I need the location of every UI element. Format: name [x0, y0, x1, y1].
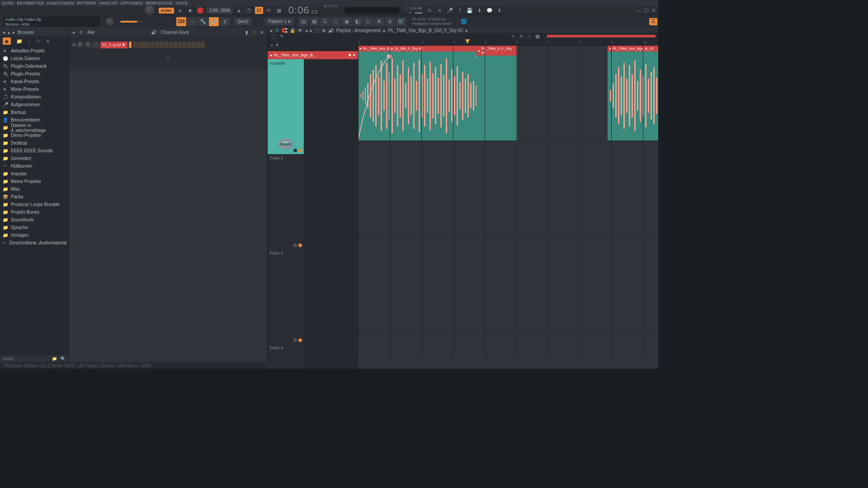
channel-name[interactable]: PL_T..ry #2 ✚: [100, 42, 127, 48]
pl-add-track-icon[interactable]: +: [270, 42, 273, 48]
pl-back-icon[interactable]: ◂: [305, 28, 307, 33]
step-10[interactable]: [178, 42, 182, 48]
tempo-display[interactable]: 130.000: [207, 7, 233, 14]
step-0[interactable]: [133, 42, 137, 48]
pl-tool-select[interactable]: ⬚: [270, 33, 277, 39]
close-button[interactable]: ✕: [651, 8, 656, 14]
browser-item-23[interactable]: 📁Sprache: [0, 224, 68, 231]
snap-value[interactable]: 32: [255, 7, 263, 14]
track-4-name[interactable]: Track 4: [269, 346, 283, 350]
pl-magnet-icon[interactable]: 🧲: [282, 28, 287, 33]
ruler-bar-4[interactable]: 4: [453, 40, 455, 44]
step-icon[interactable]: ▦: [275, 7, 283, 14]
volume-knob[interactable]: [106, 18, 114, 26]
ruler-bar-8[interactable]: 8: [580, 40, 581, 44]
browser-item-2[interactable]: 🔌Plugin-Datenbank: [0, 62, 68, 70]
undo-history-icon[interactable]: ↻: [426, 7, 434, 14]
pl-crumb[interactable]: PL_TMA_Vox_Bgv_B_150_F_Dry #2: [388, 28, 463, 33]
save-icon[interactable]: 💾: [466, 7, 474, 14]
track-3-name[interactable]: Track 3: [269, 251, 283, 255]
browser-item-8[interactable]: 📁Backup: [0, 108, 68, 116]
minimize-button[interactable]: —: [637, 8, 642, 14]
browser-item-6[interactable]: 🎵Kompositionen: [0, 93, 68, 101]
clip-source-picker[interactable]: ▸ PL_TMA_Vox_Bgv_B..✚ ▾: [268, 51, 358, 59]
cr-graph-icon[interactable]: ▮: [245, 30, 248, 35]
ruler-bar-6[interactable]: 6: [516, 40, 518, 44]
browser-item-11[interactable]: 📁Demo-Projekte: [0, 131, 68, 139]
time-display[interactable]: 0:06:23 M:S:CS: [288, 5, 338, 17]
volume-slider[interactable]: [120, 21, 143, 23]
cr-fwd-icon[interactable]: ↻: [79, 30, 83, 35]
step-6[interactable]: [160, 42, 164, 48]
comment-icon[interactable]: 💬: [486, 7, 494, 14]
browser-item-13[interactable]: 📁EEEE EEEE Sounds: [0, 147, 68, 155]
step-9[interactable]: [174, 42, 178, 48]
maximize-button[interactable]: ☐: [644, 8, 649, 14]
browser-item-10[interactable]: 📁Dateien in d..wischenablage: [0, 124, 68, 131]
add-channel-button[interactable]: +: [72, 50, 264, 66]
cr-filter[interactable]: Alle: [87, 30, 95, 35]
browser-item-12[interactable]: 📁Desktop: [0, 139, 68, 147]
step-7[interactable]: [165, 42, 169, 48]
channel-pan[interactable]: [77, 42, 84, 48]
step-14[interactable]: [196, 42, 200, 48]
ruler-bar-2[interactable]: 2: [390, 40, 392, 44]
pl-play-icon[interactable]: ▸: [270, 28, 273, 33]
browser-up-icon[interactable]: ▴: [8, 30, 10, 35]
browser-item-1[interactable]: 🕐Letzte Dateien: [0, 55, 68, 62]
pl-fwd-icon[interactable]: ▸: [310, 28, 312, 33]
cr-back-icon[interactable]: ◂: [72, 30, 75, 35]
browser-item-5[interactable]: ★Mixer-Presets: [0, 85, 68, 93]
step-1[interactable]: [137, 42, 142, 48]
main-knob[interactable]: [145, 5, 155, 15]
audio-clip-2[interactable]: ▸PL_TMA_V..F_Dry #2: [476, 46, 517, 141]
arrangement-area[interactable]: 12345678910 ▸PL_TMA_Vox_Bgv_B_150_F_Dry …: [358, 39, 658, 369]
browser-search-icon[interactable]: 🔍: [61, 357, 66, 361]
menu-pattern[interactable]: PATTERN: [77, 1, 96, 5]
cr-speaker-icon[interactable]: 🔊: [151, 30, 156, 35]
clip-1-play-icon[interactable]: ▸: [360, 47, 362, 51]
stop-button[interactable]: ■: [186, 7, 194, 14]
export-icon[interactable]: ⬇: [476, 7, 484, 14]
pl-eye-icon[interactable]: 👁: [298, 28, 302, 33]
track-header-2[interactable]: Track 2: [268, 154, 304, 249]
pl-sync-icon[interactable]: ⟳: [275, 28, 279, 33]
metronome-icon[interactable]: ▲: [235, 7, 243, 14]
browser-item-25[interactable]: ✂Zerschnittene..Audiomaterial: [0, 239, 68, 247]
ruler-bar-5[interactable]: 5: [485, 40, 486, 44]
pl-lock-icon[interactable]: 🔒: [290, 28, 295, 33]
view-tempo-icon[interactable]: ⏲: [363, 17, 373, 26]
browser-item-16[interactable]: 📁Impulse: [0, 170, 68, 178]
view-channel-icon[interactable]: ☰: [320, 17, 330, 26]
menu-optionen[interactable]: OPTIONEN: [120, 1, 142, 5]
track-2-solo[interactable]: [298, 244, 302, 247]
view-plugin-icon[interactable]: ◧: [353, 17, 363, 26]
tools-icon[interactable]: ✕: [436, 7, 444, 14]
loop-region[interactable]: [547, 35, 656, 38]
pl-zoom-icon[interactable]: ⊕: [322, 28, 326, 33]
track-3-mute[interactable]: [293, 338, 297, 342]
view-piano-icon[interactable]: ▦: [309, 17, 319, 26]
browser-item-24[interactable]: 📁Vorlagen: [0, 231, 68, 239]
pl-speaker-icon[interactable]: 🔊: [328, 28, 334, 33]
view-script-icon[interactable]: ⌘: [374, 17, 384, 26]
step-5[interactable]: [156, 42, 160, 48]
pattern-group[interactable]: (leer): [234, 18, 252, 25]
browser-tab-folder-icon[interactable]: 📁: [16, 38, 23, 44]
playhead-marker[interactable]: [465, 39, 470, 44]
browser-item-21[interactable]: 📁Projekt-Bones: [0, 208, 68, 216]
browser-item-18[interactable]: 📁Misc: [0, 185, 68, 193]
fade-in-handle[interactable]: [387, 54, 392, 59]
news-panel[interactable]: 07 12 FL STUDIO 21 Released | What's New…: [412, 17, 452, 26]
view-mixer-icon[interactable]: ⎍: [331, 17, 341, 26]
globe-icon[interactable]: 🌐: [460, 18, 468, 25]
step-sequencer[interactable]: [133, 42, 205, 48]
step-11[interactable]: [183, 42, 187, 48]
mic2-icon[interactable]: 🎙: [220, 17, 230, 26]
track-2-mute[interactable]: [293, 244, 297, 247]
browser-back-icon[interactable]: ◂: [3, 30, 5, 35]
track-3-solo[interactable]: [298, 338, 302, 342]
step-4[interactable]: [151, 42, 155, 48]
menu-ansicht[interactable]: ANSICHT: [99, 1, 118, 5]
browser-tab-star-icon[interactable]: ★: [46, 38, 50, 44]
